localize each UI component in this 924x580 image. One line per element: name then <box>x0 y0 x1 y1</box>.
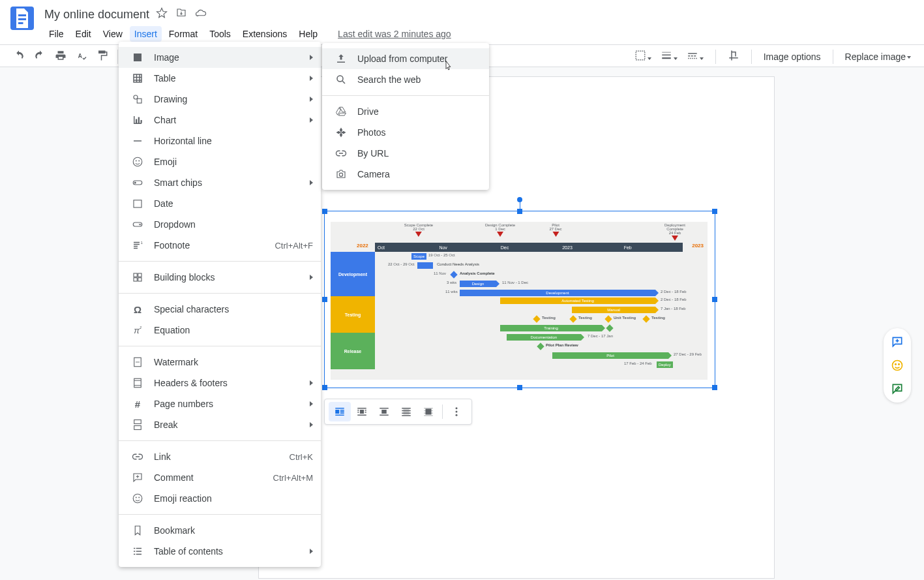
photos-row[interactable]: Photos <box>322 122 489 143</box>
border-button[interactable] <box>634 50 651 64</box>
svg-point-5 <box>456 414 458 416</box>
move-icon[interactable] <box>175 7 187 22</box>
cursor-icon <box>442 60 454 74</box>
border-dash-button[interactable] <box>687 50 704 64</box>
insert-hline-row[interactable]: Horizontal line <box>119 130 321 151</box>
svg-point-27 <box>136 497 137 498</box>
menu-extensions[interactable]: Extensions <box>238 26 291 42</box>
svg-rect-24 <box>134 420 142 424</box>
image-floating-toolbar <box>324 399 472 425</box>
image-submenu: Upload from computer Search the web Driv… <box>322 43 489 190</box>
menu-edit[interactable]: Edit <box>71 26 96 42</box>
by-url-row[interactable]: By URL <box>322 143 489 164</box>
section-testing: Testing <box>331 296 375 333</box>
insert-emoji-row[interactable]: Emoji <box>119 151 321 172</box>
section-release: Release <box>331 333 375 369</box>
star-icon[interactable] <box>156 7 168 22</box>
resize-handle[interactable] <box>517 385 522 390</box>
break-text-button[interactable] <box>373 402 395 421</box>
toolbar-separator <box>751 50 752 64</box>
resize-handle[interactable] <box>517 209 522 214</box>
more-options-button[interactable] <box>445 402 468 421</box>
document-title[interactable]: My online document <box>44 8 149 22</box>
year-label: 2022 <box>357 243 368 249</box>
insert-dropdown-row[interactable]: Dropdown <box>119 214 321 235</box>
svg-point-11 <box>133 157 142 166</box>
insert-equation-row[interactable]: π²Equation <box>119 320 321 341</box>
insert-page-numbers-row[interactable]: #Page numbers <box>119 393 321 414</box>
resize-handle[interactable] <box>712 297 717 302</box>
in-front-text-button[interactable] <box>417 402 440 421</box>
crop-button[interactable] <box>728 50 739 64</box>
insert-emoji-reaction-row[interactable]: Emoji reaction <box>119 488 321 509</box>
insert-headers-footers-row[interactable]: Headers & footers <box>119 373 321 393</box>
insert-date-row[interactable]: Date <box>119 193 321 214</box>
replace-image-button[interactable]: Replace image <box>845 51 911 63</box>
border-weight-button[interactable] <box>661 50 678 64</box>
undo-button[interactable] <box>13 50 25 64</box>
print-button[interactable] <box>55 50 67 64</box>
menu-insert[interactable]: Insert <box>130 26 162 42</box>
image-options-button[interactable]: Image options <box>764 52 821 62</box>
upload-from-computer-row[interactable]: Upload from computer <box>322 48 489 69</box>
insert-chart-row[interactable]: Chart <box>119 110 321 130</box>
paint-format-button[interactable] <box>97 50 108 64</box>
wrap-inline-button[interactable] <box>329 402 351 421</box>
add-emoji-reaction-button[interactable] <box>886 354 908 376</box>
svg-rect-0 <box>636 51 645 60</box>
behind-text-button[interactable] <box>395 402 417 421</box>
resize-handle[interactable] <box>322 209 327 214</box>
svg-point-7 <box>895 364 897 365</box>
camera-row[interactable]: Camera <box>322 164 489 185</box>
rotate-handle[interactable] <box>517 197 522 202</box>
menu-file[interactable]: File <box>44 26 68 42</box>
last-edit-link[interactable]: Last edit was 2 minutes ago <box>338 29 451 39</box>
spellcheck-button[interactable] <box>76 50 87 64</box>
suggest-edits-button[interactable] <box>886 378 908 400</box>
insert-image-row[interactable]: Image <box>119 47 321 68</box>
insert-link-row[interactable]: LinkCtrl+K <box>119 446 321 467</box>
section-development: Development <box>331 252 375 296</box>
redo-button[interactable] <box>34 50 46 64</box>
svg-point-28 <box>138 497 140 498</box>
svg-text:1: 1 <box>141 241 143 245</box>
resize-handle[interactable] <box>322 297 327 302</box>
menu-help[interactable]: Help <box>294 26 322 42</box>
insert-watermark-row[interactable]: Watermark <box>119 352 321 373</box>
menu-view[interactable]: View <box>98 26 127 42</box>
insert-break-row[interactable]: Break <box>119 414 321 435</box>
add-comment-button[interactable] <box>886 331 908 353</box>
svg-point-26 <box>133 494 142 503</box>
insert-comment-row[interactable]: CommentCtrl+Alt+M <box>119 467 321 488</box>
search-the-web-row[interactable]: Search the web <box>322 69 489 90</box>
svg-point-29 <box>337 76 343 82</box>
resize-handle[interactable] <box>712 385 717 390</box>
gantt-chart-image: 2022 2023 OctNovDec2023Feb Scope Complet… <box>331 222 708 380</box>
insert-drawing-row[interactable]: Drawing <box>119 89 321 110</box>
svg-rect-19 <box>138 273 142 277</box>
insert-bookmark-row[interactable]: Bookmark <box>119 520 321 541</box>
svg-point-4 <box>456 411 458 413</box>
svg-rect-25 <box>134 426 142 430</box>
insert-building-blocks-row[interactable]: Building blocks <box>119 267 321 288</box>
cloud-icon[interactable] <box>195 7 207 22</box>
svg-rect-15 <box>134 200 142 207</box>
menu-tools[interactable]: Tools <box>205 26 235 42</box>
insert-table-row[interactable]: Table <box>119 68 321 89</box>
insert-special-chars-row[interactable]: ΩSpecial characters <box>119 299 321 320</box>
toolbar-separator <box>715 50 716 64</box>
docs-app-icon[interactable] <box>10 7 34 30</box>
insert-footnote-row[interactable]: 1FootnoteCtrl+Alt+F <box>119 235 321 256</box>
menu-format[interactable]: Format <box>164 26 202 42</box>
insert-toc-row[interactable]: Table of contents <box>119 541 321 562</box>
svg-point-12 <box>136 160 137 162</box>
wrap-text-button[interactable] <box>351 402 373 421</box>
svg-point-13 <box>138 160 140 162</box>
resize-handle[interactable] <box>712 209 717 214</box>
svg-point-8 <box>899 364 900 365</box>
resize-handle[interactable] <box>322 385 327 390</box>
insert-smartchips-row[interactable]: Smart chips <box>119 172 321 193</box>
drive-row[interactable]: Drive <box>322 101 489 122</box>
svg-point-3 <box>456 407 458 409</box>
toolbar-separator <box>117 50 118 64</box>
